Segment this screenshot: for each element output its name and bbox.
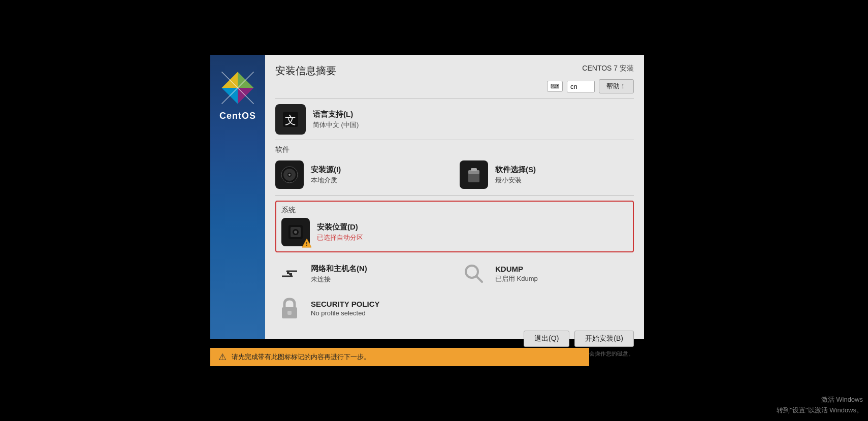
svg-point-20 xyxy=(294,231,297,234)
system-section-box: 系统 ! 安装位置(D) 已选择自动分区 xyxy=(275,201,634,252)
header-bar: 安装信息摘要 CENTOS 7 安装 ⌨ 帮助！ xyxy=(265,55,644,99)
kdump-icon xyxy=(460,260,488,288)
centos-logo-icon xyxy=(220,70,255,106)
system-section-header: 系统 xyxy=(281,206,628,215)
software-select-text: 软件选择(S) 最小安装 xyxy=(495,165,536,185)
software-select-item[interactable]: 软件选择(S) 最小安装 xyxy=(460,160,634,189)
security-title: SECURITY POLICY xyxy=(311,300,380,308)
svg-rect-28 xyxy=(287,311,292,315)
warning-bar-text: 请先完成带有此图标标记的内容再进行下一步。 xyxy=(232,352,370,362)
cd-icon xyxy=(279,165,300,185)
install-source-item[interactable]: 安装源(I) 本地介质 xyxy=(275,160,449,189)
network-arrows-icon xyxy=(277,261,302,286)
kdump-text: KDUMP 已启用 Kdump xyxy=(495,265,538,283)
security-icon xyxy=(275,294,304,322)
install-source-text: 安装源(I) 本地介质 xyxy=(311,165,341,185)
svg-point-13 xyxy=(288,174,291,176)
language-icon: 文 xyxy=(275,104,306,135)
keyboard-input-row: ⌨ 帮助！ xyxy=(547,79,634,93)
header-right: CENTOS 7 安装 ⌨ 帮助！ xyxy=(547,64,634,93)
warning-badge-icon: ! xyxy=(302,238,312,248)
svg-text:文: 文 xyxy=(285,114,296,126)
quit-button[interactable]: 退出(Q) xyxy=(524,331,569,347)
kdump-item[interactable]: KDUMP 已启用 Kdump xyxy=(460,260,634,288)
software-select-icon xyxy=(460,160,488,189)
divider2 xyxy=(275,140,634,140)
install-dest-item[interactable]: ! 安装位置(D) 已选择自动分区 xyxy=(281,218,444,246)
language-title: 语言支持(L) xyxy=(313,110,359,119)
win-activate-line1: 激活 Windows xyxy=(777,395,863,405)
language-glyph-icon: 文 xyxy=(281,110,300,129)
keyboard-icon: ⌨ xyxy=(551,83,559,90)
main-panel: 安装信息摘要 CENTOS 7 安装 ⌨ 帮助！ 文 语言支持(L) xyxy=(265,55,644,339)
start-install-button[interactable]: 开始安装(B) xyxy=(574,331,634,347)
install-source-title: 安装源(I) xyxy=(311,165,341,175)
network-text: 网络和主机名(N) 未连接 xyxy=(311,264,367,284)
language-text: 语言支持(L) 简体中文 (中国) xyxy=(313,110,359,129)
warning-bar: ⚠ 请先完成带有此图标标记的内容再进行下一步。 xyxy=(210,348,589,366)
language-sub: 简体中文 (中国) xyxy=(313,120,359,129)
keyboard-icon-btn[interactable]: ⌨ xyxy=(547,81,563,92)
svg-rect-14 xyxy=(468,173,479,182)
warning-icon: ⚠ xyxy=(218,351,227,363)
security-row: SECURITY POLICY No profile selected xyxy=(265,292,644,326)
divider3 xyxy=(275,195,634,196)
kdump-search-icon xyxy=(463,263,485,285)
kdump-sub: 已启用 Kdump xyxy=(495,274,538,283)
network-kdump-row: 网络和主机名(N) 未连接 KDUMP 已启用 Kdump xyxy=(265,255,644,292)
package-icon xyxy=(464,165,484,184)
network-icon xyxy=(275,260,304,288)
buttons-row: 退出(Q) 开始安装(B) xyxy=(265,326,644,350)
lock-icon xyxy=(279,297,300,319)
sidebar: CentOS xyxy=(210,55,265,339)
svg-text:!: ! xyxy=(306,241,308,247)
software-section-header: 软件 xyxy=(265,142,644,156)
install-source-sub: 本地介质 xyxy=(311,176,341,185)
install-dest-text: 安装位置(D) 已选择自动分区 xyxy=(317,222,363,242)
install-dest-sub: 已选择自动分区 xyxy=(317,233,363,242)
security-text: SECURITY POLICY No profile selected xyxy=(311,300,380,317)
software-select-sub: 最小安装 xyxy=(495,176,536,185)
windows-activate: 激活 Windows 转到"设置"以激活 Windows。 xyxy=(777,395,863,416)
software-select-title: 软件选择(S) xyxy=(495,165,536,175)
page-title: 安装信息摘要 xyxy=(275,64,336,78)
network-sub: 未连接 xyxy=(311,275,367,284)
network-title: 网络和主机名(N) xyxy=(311,264,367,274)
network-item[interactable]: 网络和主机名(N) 未连接 xyxy=(275,260,449,288)
svg-line-26 xyxy=(476,276,482,282)
install-source-icon xyxy=(275,160,304,189)
localization-section: 文 语言支持(L) 简体中文 (中国) xyxy=(265,99,644,138)
software-row: 安装源(I) 本地介质 软件选择(S) 最小安装 xyxy=(265,156,644,193)
security-sub: No profile selected xyxy=(311,309,380,317)
win-activate-line2: 转到"设置"以激活 Windows。 xyxy=(777,405,863,416)
language-item[interactable]: 文 语言支持(L) 简体中文 (中国) xyxy=(275,104,417,135)
svg-rect-16 xyxy=(471,168,477,171)
lang-input[interactable] xyxy=(567,81,595,92)
security-item[interactable]: SECURITY POLICY No profile selected xyxy=(275,294,448,322)
brand-name: CentOS xyxy=(219,111,256,121)
kdump-title: KDUMP xyxy=(495,265,538,273)
help-button[interactable]: 帮助！ xyxy=(599,79,634,93)
install-label: CENTOS 7 安装 xyxy=(582,64,634,73)
install-dest-icon: ! xyxy=(281,218,310,246)
install-dest-title: 安装位置(D) xyxy=(317,222,363,232)
